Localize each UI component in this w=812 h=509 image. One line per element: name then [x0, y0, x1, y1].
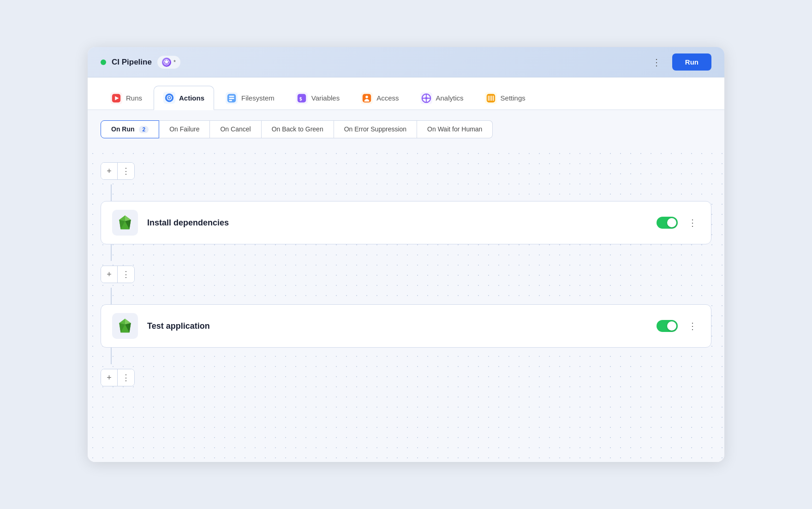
tabs-nav: Runs Actions Filesystem $ Variables [88, 77, 724, 110]
add-button-top[interactable]: + [101, 163, 118, 179]
svg-rect-6 [229, 95, 234, 97]
sub-tab-on-failure[interactable]: On Failure [159, 120, 210, 138]
badge-text: * [173, 59, 176, 65]
svg-rect-8 [229, 100, 232, 101]
star-badge-icon [162, 58, 171, 67]
more-icon-bottom: ⋮ [122, 373, 130, 383]
add-icon: + [107, 166, 112, 176]
sub-tab-on-error-suppression[interactable]: On Error Suppression [334, 120, 417, 138]
step-icon-wrap-2 [112, 313, 138, 339]
connector-line-4 [111, 348, 112, 364]
app-window: CI Pipeline * ⋮ Run Runs Acti [88, 47, 724, 462]
toggle-install-deps[interactable] [657, 217, 678, 229]
tab-analytics[interactable]: Analytics [411, 86, 473, 110]
step-card-install-deps: Install dependencies ⋮ [101, 201, 711, 244]
status-dot [101, 59, 106, 65]
header: CI Pipeline * ⋮ Run [88, 47, 724, 77]
toggle-thumb-2 [667, 321, 676, 331]
sub-tab-on-error-suppression-label: On Error Suppression [344, 125, 406, 133]
header-left: CI Pipeline * [101, 56, 180, 69]
run-button[interactable]: Run [672, 53, 711, 71]
step-gem-icon-2 [116, 317, 134, 335]
tab-variables-label: Variables [311, 94, 340, 102]
step-name-install-deps: Install dependencies [147, 218, 657, 228]
sub-tab-on-failure-label: On Failure [169, 125, 199, 133]
connector-line-2 [111, 244, 112, 261]
tab-filesystem-label: Filesystem [241, 94, 275, 102]
sub-tab-on-wait-for-human[interactable]: On Wait for Human [417, 120, 493, 138]
tab-access[interactable]: Access [351, 86, 408, 110]
step-icon-wrap-1 [112, 210, 138, 236]
more-button-middle[interactable]: ⋮ [118, 266, 134, 283]
tab-settings[interactable]: Settings [475, 86, 535, 110]
tab-analytics-label: Analytics [436, 94, 464, 102]
sub-tab-on-run-label: On Run [111, 125, 135, 133]
svg-rect-20 [488, 95, 489, 101]
add-icon-middle: + [107, 270, 112, 279]
badge-icon[interactable]: * [157, 56, 180, 69]
more-button-bottom[interactable]: ⋮ [118, 369, 134, 386]
svg-rect-23 [493, 95, 494, 101]
action-row-middle: + ⋮ [101, 261, 711, 288]
step-card-test-app: Test application ⋮ [101, 304, 711, 348]
header-right: ⋮ Run [649, 53, 711, 71]
svg-point-14 [425, 97, 428, 100]
tab-runs[interactable]: Runs [101, 86, 152, 110]
sub-tabs: On Run 2 On Failure On Cancel On Back to… [88, 110, 724, 148]
toggle-test-app[interactable] [657, 320, 678, 332]
step-right-2: ⋮ [657, 319, 700, 333]
tab-actions[interactable]: Actions [154, 86, 214, 110]
more-button-top[interactable]: ⋮ [118, 163, 134, 179]
add-button-bottom[interactable]: + [101, 369, 118, 386]
svg-rect-21 [490, 95, 490, 101]
sub-tab-on-run[interactable]: On Run 2 [101, 120, 159, 138]
svg-rect-7 [229, 98, 234, 99]
tab-actions-label: Actions [179, 94, 204, 102]
sub-tab-on-back-to-green-label: On Back to Green [272, 125, 323, 133]
step-right-1: ⋮ [657, 215, 700, 230]
more-icon: ⋮ [122, 166, 130, 176]
sub-tab-on-cancel-label: On Cancel [220, 125, 251, 133]
step-more-button-2[interactable]: ⋮ [685, 319, 700, 333]
step-name-test-app: Test application [147, 321, 657, 331]
more-icon-middle: ⋮ [122, 269, 130, 279]
tab-settings-label: Settings [501, 94, 525, 102]
on-run-count: 2 [139, 126, 149, 133]
sub-tab-on-cancel[interactable]: On Cancel [210, 120, 261, 138]
header-more-button[interactable]: ⋮ [649, 55, 665, 70]
svg-point-12 [365, 95, 368, 98]
action-row-top: + ⋮ [101, 158, 711, 184]
add-button-middle[interactable]: + [101, 266, 118, 283]
svg-text:$: $ [299, 95, 302, 101]
svg-point-4 [168, 97, 170, 99]
action-row-bottom: + ⋮ [101, 364, 711, 391]
add-icon-bottom: + [107, 373, 112, 383]
svg-rect-22 [491, 95, 492, 101]
tab-variables[interactable]: $ Variables [286, 86, 349, 110]
tab-runs-label: Runs [126, 94, 142, 102]
pipeline-title: CI Pipeline [112, 58, 152, 67]
tab-filesystem[interactable]: Filesystem [216, 86, 284, 110]
sub-tab-on-wait-for-human-label: On Wait for Human [427, 125, 482, 133]
step-more-button-1[interactable]: ⋮ [685, 215, 700, 230]
content-area: + ⋮ [88, 148, 724, 462]
connector-line-3 [111, 288, 112, 304]
step-gem-icon-1 [116, 214, 134, 231]
tab-access-label: Access [376, 94, 399, 102]
sub-tab-on-back-to-green[interactable]: On Back to Green [262, 120, 334, 138]
toggle-thumb-1 [667, 218, 676, 227]
